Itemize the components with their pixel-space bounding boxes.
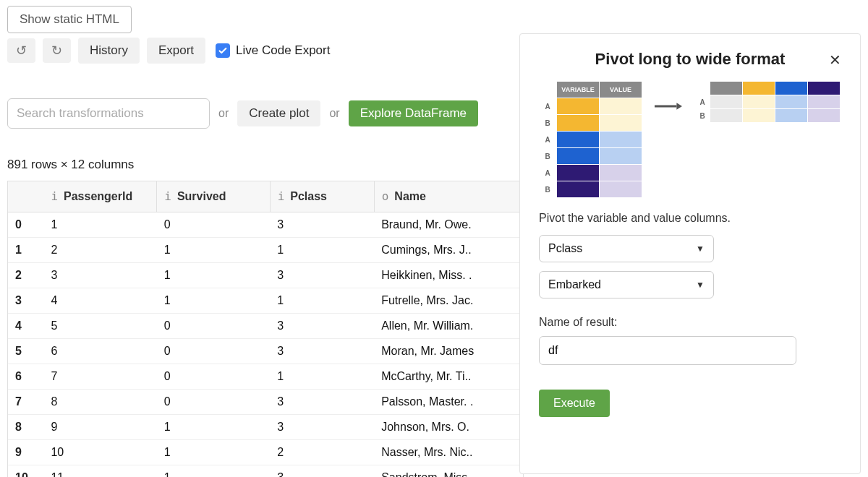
table-row: 91012Nasser, Mrs. Nic..: [8, 439, 523, 465]
cell: 1: [157, 262, 270, 288]
table-row: 1211Cumings, Mrs. J..: [8, 237, 523, 262]
cell: 1: [157, 439, 270, 465]
row-index: 5: [8, 338, 43, 364]
cell: 1: [43, 212, 156, 237]
cell: 7: [43, 364, 156, 389]
cell: 3: [270, 212, 374, 237]
cell: 0: [157, 364, 270, 389]
table-row: 3411Futrelle, Mrs. Jac.: [8, 288, 523, 313]
cell: Cumings, Mrs. J..: [374, 237, 523, 262]
table-row: 2313Heikkinen, Miss. .: [8, 262, 523, 288]
cell: Heikkinen, Miss. .: [374, 262, 523, 288]
checkbox-checked-icon: [216, 43, 230, 58]
live-code-checkbox[interactable]: Live Code Export: [216, 43, 330, 58]
cell: 6: [43, 338, 156, 364]
or-text-2: or: [329, 107, 339, 120]
table-row: 101113Sandstrom, Miss.: [8, 465, 523, 477]
table-row: 8913Johnson, Mrs. O.: [8, 414, 523, 439]
row-index: 10: [8, 465, 43, 477]
cell: 3: [270, 389, 374, 414]
cell: 1: [157, 237, 270, 262]
cell: 4: [43, 288, 156, 313]
cell: 10: [43, 439, 156, 465]
variable-select[interactable]: Pclass▼: [539, 235, 714, 262]
show-static-button[interactable]: Show static HTML: [7, 6, 132, 33]
column-header[interactable]: iPassengerId: [43, 181, 156, 212]
row-index: 4: [8, 313, 43, 338]
pivot-panel: Pivot long to wide format ✕ VARIABLE VAL…: [519, 33, 861, 474]
cell: 5: [43, 313, 156, 338]
row-index: 8: [8, 414, 43, 439]
data-table: iPassengerId iSurvived iPclass oName 010…: [7, 181, 524, 477]
panel-description: Pivot the variable and value columns.: [539, 212, 841, 225]
explore-dataframe-button[interactable]: Explore DataFrame: [349, 100, 478, 126]
svg-marker-1: [676, 103, 682, 110]
cell: Allen, Mr. William.: [374, 313, 523, 338]
close-icon[interactable]: ✕: [829, 51, 841, 69]
row-index: 9: [8, 439, 43, 465]
cell: 11: [43, 465, 156, 477]
value-select[interactable]: Embarked▼: [539, 271, 714, 298]
row-index: 1: [8, 237, 43, 262]
cell: Braund, Mr. Owe.: [374, 212, 523, 237]
table-row: 0103Braund, Mr. Owe.: [8, 212, 523, 237]
or-text: or: [218, 107, 229, 120]
cell: 3: [43, 262, 156, 288]
cell: 3: [270, 313, 374, 338]
cell: 0: [157, 313, 270, 338]
chevron-down-icon: ▼: [696, 244, 705, 254]
table-row: 4503Allen, Mr. William.: [8, 313, 523, 338]
table-row: 5603Moran, Mr. James: [8, 338, 523, 364]
redo-button[interactable]: ↻: [43, 38, 71, 63]
row-index: 6: [8, 364, 43, 389]
cell: Futrelle, Mrs. Jac.: [374, 288, 523, 313]
cell: 1: [270, 237, 374, 262]
cell: Palsson, Master. .: [374, 389, 523, 414]
export-button[interactable]: Export: [147, 38, 205, 64]
index-header: [8, 181, 43, 212]
cell: 3: [270, 338, 374, 364]
live-code-label: Live Code Export: [236, 43, 330, 58]
history-button[interactable]: History: [78, 38, 140, 64]
cell: 0: [157, 389, 270, 414]
table-row: 7803Palsson, Master. .: [8, 389, 523, 414]
cell: 1: [157, 465, 270, 477]
row-index: 3: [8, 288, 43, 313]
cell: 0: [157, 338, 270, 364]
undo-button[interactable]: ↺: [7, 38, 35, 63]
row-index: 2: [8, 262, 43, 288]
cell: Sandstrom, Miss.: [374, 465, 523, 477]
search-input[interactable]: [7, 98, 210, 129]
create-plot-button[interactable]: Create plot: [237, 100, 320, 126]
table-row: 6701McCarthy, Mr. Ti..: [8, 364, 523, 389]
pivot-diagram: VARIABLE VALUE A B A B A B A: [539, 82, 841, 197]
cell: Moran, Mr. James: [374, 338, 523, 364]
row-index: 7: [8, 389, 43, 414]
result-label: Name of result:: [539, 316, 841, 329]
result-name-input[interactable]: [539, 336, 796, 365]
cell: 1: [270, 364, 374, 389]
cell: 9: [43, 414, 156, 439]
cell: 3: [270, 465, 374, 477]
cell: 1: [157, 414, 270, 439]
cell: 1: [270, 288, 374, 313]
column-header[interactable]: iSurvived: [157, 181, 270, 212]
panel-title: Pivot long to wide format: [595, 50, 786, 69]
column-header[interactable]: oName: [374, 181, 523, 212]
cell: Johnson, Mrs. O.: [374, 414, 523, 439]
cell: 3: [270, 414, 374, 439]
cell: McCarthy, Mr. Ti..: [374, 364, 523, 389]
cell: 2: [270, 439, 374, 465]
arrow-right-icon: [655, 100, 682, 113]
column-header[interactable]: iPclass: [270, 181, 374, 212]
chevron-down-icon: ▼: [696, 280, 705, 290]
cell: 0: [157, 212, 270, 237]
cell: 1: [157, 288, 270, 313]
cell: 2: [43, 237, 156, 262]
cell: Nasser, Mrs. Nic..: [374, 439, 523, 465]
cell: 3: [270, 262, 374, 288]
execute-button[interactable]: Execute: [539, 390, 610, 417]
row-index: 0: [8, 212, 43, 237]
cell: 8: [43, 389, 156, 414]
